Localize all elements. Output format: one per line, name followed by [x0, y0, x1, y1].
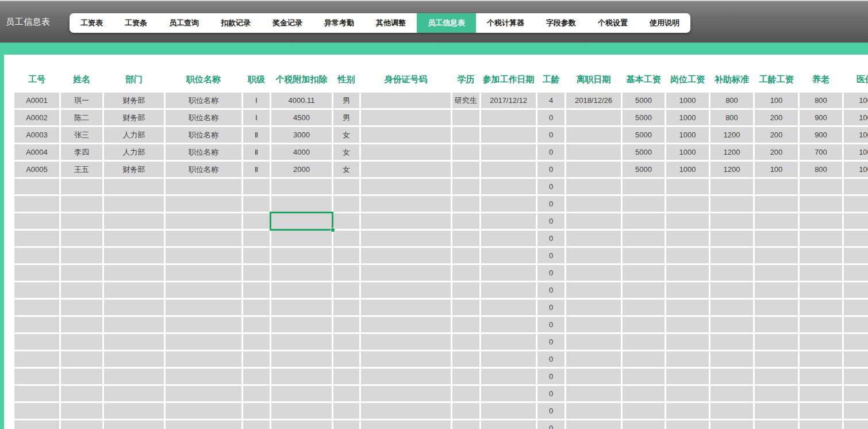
- cell-grade[interactable]: [243, 334, 270, 350]
- cell-pension[interactable]: 900: [800, 127, 842, 143]
- cell-gender[interactable]: 男: [333, 110, 359, 125]
- cell-education[interactable]: [452, 282, 479, 298]
- cell-name[interactable]: [61, 265, 102, 281]
- cell-grade[interactable]: Ⅱ: [243, 127, 270, 143]
- cell-name[interactable]: [61, 420, 102, 429]
- cell-subsidy[interactable]: 1200: [710, 127, 753, 143]
- column-header-gender[interactable]: 性别: [333, 71, 359, 88]
- cell-leave-date[interactable]: [566, 369, 621, 384]
- cell-work-start-date[interactable]: [481, 386, 536, 401]
- cell-grade[interactable]: Ⅰ: [243, 110, 270, 125]
- cell-grade[interactable]: [243, 231, 270, 246]
- cell-base-salary[interactable]: [623, 265, 665, 281]
- cell-name[interactable]: [61, 369, 102, 384]
- cell-name[interactable]: [61, 231, 102, 246]
- cell-name[interactable]: [61, 300, 102, 315]
- cell-emp-id[interactable]: A0001: [14, 93, 59, 108]
- cell-pension[interactable]: [800, 403, 842, 419]
- cell-department[interactable]: [104, 334, 164, 350]
- cell-seniority-pay[interactable]: 200: [755, 110, 798, 125]
- cell-emp-id[interactable]: A0002: [14, 110, 59, 125]
- cell-seniority-pay[interactable]: [755, 403, 798, 419]
- cell-gender[interactable]: [333, 300, 359, 315]
- cell-post-salary[interactable]: [666, 386, 709, 401]
- column-header-pension[interactable]: 养老: [800, 71, 842, 88]
- cell-tax-deduction[interactable]: [271, 300, 332, 315]
- cell-post-salary[interactable]: [666, 369, 709, 384]
- cell-work-start-date[interactable]: [481, 265, 536, 281]
- cell-leave-date[interactable]: [566, 213, 621, 229]
- cell-pension[interactable]: [800, 317, 842, 332]
- cell-post-salary[interactable]: [666, 179, 709, 194]
- tab-8-active[interactable]: 员工信息表: [417, 13, 476, 33]
- cell-medical[interactable]: [844, 317, 868, 332]
- cell-id-number[interactable]: [361, 127, 451, 143]
- cell-education[interactable]: [452, 334, 479, 350]
- cell-work-start-date[interactable]: [481, 351, 536, 367]
- tab-4[interactable]: 扣款记录: [210, 13, 262, 33]
- cell-post-salary[interactable]: 1000: [666, 127, 709, 143]
- cell-seniority-pay[interactable]: [755, 213, 798, 229]
- column-header-id-number[interactable]: 身份证号码: [361, 71, 451, 88]
- cell-post-salary[interactable]: [666, 351, 709, 367]
- cell-subsidy[interactable]: 800: [710, 93, 753, 108]
- cell-gender[interactable]: [333, 317, 359, 332]
- cell-base-salary[interactable]: [623, 282, 665, 298]
- cell-base-salary[interactable]: [623, 248, 665, 263]
- cell-post-salary[interactable]: [666, 265, 709, 281]
- cell-grade[interactable]: [243, 317, 270, 332]
- cell-pension[interactable]: [800, 213, 842, 229]
- cell-position-title[interactable]: 职位名称: [166, 127, 241, 143]
- cell-pension[interactable]: [800, 334, 842, 350]
- cell-leave-date[interactable]: [566, 127, 621, 143]
- cell-education[interactable]: [452, 403, 479, 419]
- cell-tax-deduction[interactable]: [271, 386, 332, 401]
- cell-work-start-date[interactable]: [481, 300, 536, 315]
- cell-leave-date[interactable]: [566, 144, 621, 160]
- cell-medical[interactable]: [844, 265, 868, 281]
- cell-work-start-date[interactable]: [481, 334, 536, 350]
- cell-position-title[interactable]: [166, 420, 241, 429]
- cell-seniority-years[interactable]: 0: [537, 231, 564, 246]
- cell-seniority-years[interactable]: 0: [537, 127, 564, 143]
- cell-subsidy[interactable]: [710, 369, 753, 384]
- cell-subsidy[interactable]: [710, 248, 753, 263]
- cell-position-title[interactable]: [166, 403, 241, 419]
- cell-seniority-years[interactable]: 0: [537, 386, 564, 401]
- cell-subsidy[interactable]: [710, 386, 753, 401]
- cell-base-salary[interactable]: 5000: [623, 162, 665, 177]
- cell-department[interactable]: [104, 403, 164, 419]
- cell-base-salary[interactable]: [623, 369, 665, 384]
- cell-gender[interactable]: [333, 196, 359, 212]
- cell-grade[interactable]: [243, 420, 270, 429]
- cell-position-title[interactable]: [166, 179, 241, 194]
- cell-emp-id[interactable]: [14, 265, 59, 281]
- cell-name[interactable]: [61, 282, 102, 298]
- cell-name[interactable]: [61, 179, 102, 194]
- cell-tax-deduction[interactable]: 4000: [271, 144, 332, 160]
- cell-base-salary[interactable]: 5000: [623, 93, 665, 108]
- cell-position-title[interactable]: [166, 300, 241, 315]
- cell-leave-date[interactable]: [566, 334, 621, 350]
- cell-subsidy[interactable]: [710, 403, 753, 419]
- cell-seniority-pay[interactable]: 100: [755, 162, 798, 177]
- cell-leave-date[interactable]: [566, 386, 621, 401]
- cell-education[interactable]: [452, 213, 479, 229]
- cell-emp-id[interactable]: [14, 369, 59, 384]
- cell-tax-deduction[interactable]: [271, 265, 332, 281]
- cell-pension[interactable]: [800, 282, 842, 298]
- cell-position-title[interactable]: 职位名称: [166, 110, 241, 125]
- cell-subsidy[interactable]: [710, 300, 753, 315]
- cell-department[interactable]: [104, 213, 164, 229]
- cell-post-salary[interactable]: [666, 231, 709, 246]
- cell-subsidy[interactable]: 800: [710, 110, 753, 125]
- cell-work-start-date[interactable]: [481, 420, 536, 429]
- column-header-seniority-years[interactable]: 工龄: [537, 71, 564, 88]
- cell-grade[interactable]: Ⅱ: [243, 144, 270, 160]
- cell-work-start-date[interactable]: [481, 317, 536, 332]
- tab-3[interactable]: 员工查询: [158, 13, 210, 33]
- cell-grade[interactable]: [243, 282, 270, 298]
- cell-education[interactable]: [452, 110, 479, 125]
- cell-base-salary[interactable]: [623, 231, 665, 246]
- cell-name[interactable]: [61, 196, 102, 212]
